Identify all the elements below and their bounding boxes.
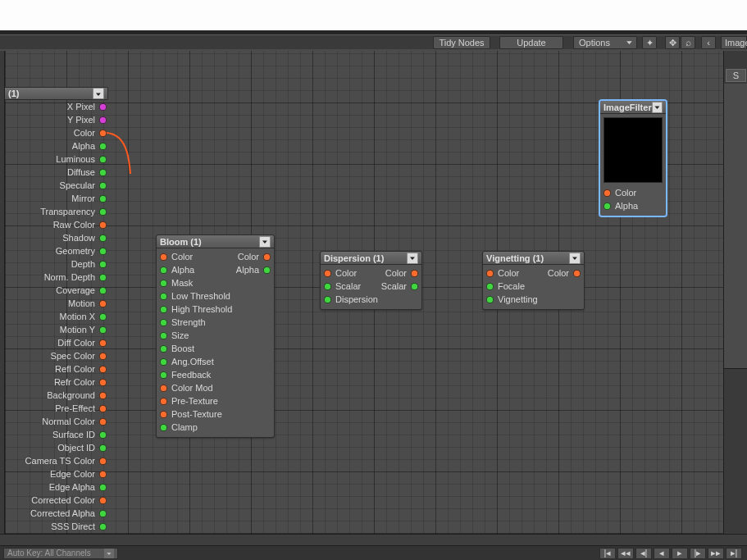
zoom-icon[interactable]: ⌕ xyxy=(681,36,695,49)
output-port-row[interactable]: Refl Color xyxy=(5,362,108,376)
port-row[interactable]: Ang.Offset xyxy=(160,355,271,368)
node-titlebar[interactable]: Bloom (1) ▼ xyxy=(157,235,274,248)
output-port-row[interactable]: Refr Color xyxy=(5,376,108,389)
output-port[interactable] xyxy=(99,444,107,452)
output-port[interactable] xyxy=(99,156,107,163)
output-port-row[interactable]: Edge Color xyxy=(5,467,108,480)
play-back-button[interactable]: ◂ xyxy=(654,548,670,559)
autokey-dropdown[interactable]: Auto Key: All Channels ▼ xyxy=(3,548,118,559)
port-row[interactable]: Vignetting xyxy=(486,293,581,306)
step-back-button[interactable]: ◂| xyxy=(635,548,652,559)
output-port-row[interactable]: Coverage xyxy=(5,284,108,297)
input-port[interactable] xyxy=(486,283,494,290)
output-port-row[interactable]: Object ID xyxy=(5,441,108,454)
input-port-color[interactable] xyxy=(324,270,331,277)
bloom-node[interactable]: Bloom (1) ▼ Color Color Alpha Alpha Mask… xyxy=(156,234,275,438)
rewind-button[interactable]: ◂◂ xyxy=(617,548,634,559)
node-editor-viewport[interactable]: (1) ▼ X PixelY PixelColorAlphaLuminousDi… xyxy=(5,51,723,534)
output-port[interactable] xyxy=(99,208,107,216)
output-port[interactable] xyxy=(99,353,107,360)
input-port[interactable] xyxy=(160,371,167,379)
dropdown-icon[interactable]: ▼ xyxy=(259,236,271,248)
node-titlebar[interactable]: Dispersion (1) ▼ xyxy=(321,252,421,265)
right-panel-header-tab[interactable]: Image xyxy=(721,36,747,49)
output-port-row[interactable]: Depth xyxy=(5,257,108,271)
node-titlebar[interactable]: Vignetting (1) ▼ xyxy=(483,252,584,265)
output-port-row[interactable]: Diffuse xyxy=(5,166,108,179)
input-port-color[interactable] xyxy=(486,270,494,277)
output-port-color[interactable] xyxy=(573,270,581,277)
output-port[interactable] xyxy=(99,261,107,268)
port-row[interactable]: Color Mod xyxy=(160,381,271,394)
step-forward-button[interactable]: |▸ xyxy=(690,548,706,559)
output-port[interactable] xyxy=(99,182,107,189)
go-to-end-button[interactable]: ▸| xyxy=(726,548,742,559)
input-port[interactable] xyxy=(160,293,167,300)
output-port[interactable] xyxy=(99,523,107,530)
output-port-row[interactable]: Norm. Depth xyxy=(5,271,108,284)
port-row-color[interactable]: Color Color xyxy=(486,266,581,280)
port-row[interactable]: Boost xyxy=(160,342,271,355)
side-panel-section[interactable]: S xyxy=(726,69,746,82)
output-port[interactable] xyxy=(99,195,107,203)
output-port[interactable] xyxy=(99,366,107,373)
input-port[interactable] xyxy=(160,398,167,405)
port-row-scalar[interactable]: Scalar Scalar xyxy=(324,280,418,293)
output-port[interactable] xyxy=(99,116,107,124)
output-port[interactable] xyxy=(99,392,107,399)
output-port-scalar[interactable] xyxy=(411,283,418,290)
output-port-row[interactable]: Mirror xyxy=(5,192,108,205)
port-row-color[interactable]: Color Color xyxy=(324,266,418,280)
output-port-color[interactable] xyxy=(411,270,418,277)
collapse-left-icon[interactable]: ‹ xyxy=(701,36,716,49)
input-port[interactable] xyxy=(604,189,611,197)
output-port[interactable] xyxy=(99,234,107,242)
port-row[interactable]: Post-Texture xyxy=(160,407,271,421)
input-port[interactable] xyxy=(604,203,611,210)
port-row[interactable]: Alpha xyxy=(604,199,663,212)
input-port[interactable] xyxy=(160,345,167,353)
vignetting-node[interactable]: Vignetting (1) ▼ Color Color FocaleVigne… xyxy=(482,251,585,310)
input-port[interactable] xyxy=(160,332,167,339)
output-port-row[interactable]: Edge Alpha xyxy=(5,480,108,494)
input-port[interactable] xyxy=(160,424,167,431)
output-port-row[interactable]: Corrected Color xyxy=(5,494,108,507)
port-row[interactable]: Mask xyxy=(160,276,271,289)
go-to-start-button[interactable]: |◂ xyxy=(599,548,616,559)
output-port-row[interactable]: Raw Color xyxy=(5,218,108,231)
output-port-row[interactable]: Motion xyxy=(5,297,108,310)
output-port-row[interactable]: Camera TS Color xyxy=(5,454,108,467)
output-port[interactable] xyxy=(99,418,107,426)
port-row-alpha[interactable]: Alpha Alpha xyxy=(160,263,271,276)
output-port-alpha[interactable] xyxy=(263,266,271,274)
dispersion-node[interactable]: Dispersion (1) ▼ Color Color Scalar Scal… xyxy=(320,251,422,310)
play-forward-button[interactable]: ▸ xyxy=(672,548,688,559)
dropdown-icon[interactable]: ▼ xyxy=(93,88,104,99)
port-row[interactable]: Dispersion xyxy=(324,293,418,306)
output-port-row[interactable]: Alpha xyxy=(5,139,108,153)
output-port[interactable] xyxy=(99,143,107,150)
output-port-row[interactable]: Corrected Alpha xyxy=(5,507,108,520)
input-port[interactable] xyxy=(324,296,331,303)
output-port-row[interactable]: Color xyxy=(5,126,108,139)
fast-forward-button[interactable]: ▸▸ xyxy=(708,548,724,559)
output-port-color[interactable] xyxy=(263,253,271,261)
output-port[interactable] xyxy=(99,458,107,465)
output-port[interactable] xyxy=(99,339,107,347)
output-port[interactable] xyxy=(99,130,107,137)
output-port-row[interactable]: Y Pixel xyxy=(5,113,108,126)
output-port-row[interactable]: Specular xyxy=(5,179,108,192)
input-port[interactable] xyxy=(160,280,167,287)
output-port-row[interactable]: Surface ID xyxy=(5,428,108,441)
output-port[interactable] xyxy=(99,510,107,517)
input-port[interactable] xyxy=(486,296,494,303)
output-port[interactable] xyxy=(99,313,107,321)
port-row[interactable]: High Threshold xyxy=(160,303,271,316)
input-port-color[interactable] xyxy=(160,253,167,261)
output-port-row[interactable]: Motion X xyxy=(5,310,108,323)
input-port-scalar[interactable] xyxy=(324,283,331,290)
port-row[interactable]: Low Threshold xyxy=(160,289,271,303)
output-port[interactable] xyxy=(99,379,107,386)
output-port-row[interactable]: SSS Direct xyxy=(5,520,108,533)
input-port[interactable] xyxy=(160,358,167,366)
